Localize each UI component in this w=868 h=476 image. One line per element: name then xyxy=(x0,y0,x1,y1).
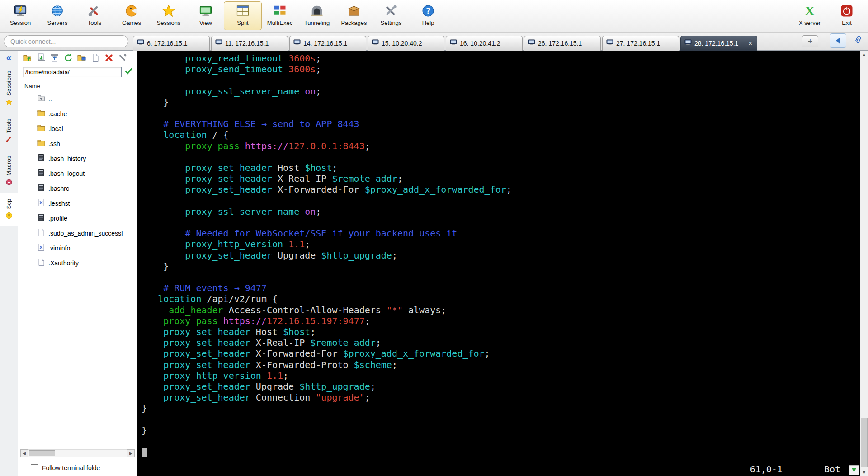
file-row[interactable]: .lesshst xyxy=(18,196,137,211)
sftp-horizontal-scrollbar[interactable]: ◀ ▶ xyxy=(20,449,135,457)
toolbar-games-button[interactable]: Games xyxy=(113,2,150,30)
scroll-position-indicator: Bot xyxy=(824,464,840,475)
sftp-parent-dir-button[interactable] xyxy=(23,54,33,64)
scroll-to-bottom-button[interactable] xyxy=(849,465,859,475)
open-folder-icon xyxy=(77,53,86,64)
toolbar-settings-button[interactable]: Settings xyxy=(373,2,410,30)
session-tab-1[interactable]: 6. 172.16.15.1 xyxy=(133,36,210,51)
tab-scroll-back-button[interactable] xyxy=(830,33,846,48)
file-row[interactable]: .sudo_as_admin_successf xyxy=(18,226,137,240)
attach-icon[interactable] xyxy=(851,33,865,48)
file-row[interactable]: .ssh xyxy=(18,136,137,151)
file-row[interactable]: .Xauthority xyxy=(18,255,137,270)
terminal-line: proxy_ssl_server_name on; xyxy=(142,86,859,97)
go-to-path-button[interactable] xyxy=(124,66,133,77)
toolbar-packages-button[interactable]: Packages xyxy=(335,2,373,30)
terminal-line: proxy_send_timeout 3600s; xyxy=(142,64,859,75)
sidebar-tab-tools[interactable]: Tools xyxy=(0,113,18,150)
column-header-name[interactable]: Name xyxy=(18,79,137,91)
plain-icon xyxy=(37,228,45,238)
sftp-upload-button[interactable] xyxy=(50,54,60,64)
toolbar-multiexec-button[interactable]: MultiExec xyxy=(261,2,298,30)
tab-row: 6. 172.16.15.1 11. 172.16.15.1 14. 172.1… xyxy=(0,33,868,51)
terminal-monitor-icon xyxy=(215,39,222,47)
session-tab-8[interactable]: 28. 172.16.15.1 × xyxy=(680,36,757,51)
close-tab-icon[interactable]: × xyxy=(747,39,753,47)
scrollbar-thumb[interactable] xyxy=(29,450,55,456)
xfile-icon xyxy=(37,243,45,253)
toolbar-servers-button[interactable]: Servers xyxy=(39,2,76,30)
parent-dir-icon xyxy=(23,53,32,64)
scroll-down-icon[interactable]: ▼ xyxy=(860,468,868,476)
session-tab-5[interactable]: 16. 10.20.41.2 xyxy=(446,36,523,51)
terminal-line: proxy_pass https://172.16.15.197:9477; xyxy=(142,316,859,326)
terminal-line xyxy=(142,414,859,425)
file-row[interactable]: .. xyxy=(18,91,137,106)
terminal-scrollbar-thumb[interactable] xyxy=(861,418,868,467)
terminal[interactable]: proxy_read_timeout 3600s; proxy_send_tim… xyxy=(137,51,868,476)
terminal-scrollbar-track[interactable] xyxy=(860,58,868,468)
sftp-delete-button[interactable] xyxy=(104,54,114,64)
terminal-line: } xyxy=(142,403,859,414)
chevron-down-icon xyxy=(851,467,857,473)
toolbar-help-button[interactable]: ? Help xyxy=(410,2,447,30)
follow-terminal-folder-checkbox[interactable] xyxy=(31,464,38,471)
sftp-settings-button[interactable] xyxy=(118,54,127,64)
session-tab-2[interactable]: 11. 172.16.15.1 xyxy=(211,36,288,51)
sidebar-tab-scp[interactable]: Scp xyxy=(0,193,18,226)
terminal-monitor-icon xyxy=(372,39,379,47)
sidebar-tab-macros[interactable]: Macros xyxy=(0,150,18,193)
file-row[interactable]: .bashrc xyxy=(18,181,137,196)
terminal-line: proxy_set_header X-Forwarded-For $proxy_… xyxy=(142,348,859,359)
collapse-sidebar-button[interactable]: « xyxy=(6,52,11,65)
sftp-download-button[interactable] xyxy=(36,54,46,64)
quick-connect-input[interactable] xyxy=(4,35,128,47)
toolbar-view-button[interactable]: View xyxy=(187,2,224,30)
file-row[interactable]: .profile xyxy=(18,211,137,226)
toolbar-session-button[interactable]: Session xyxy=(2,2,39,30)
terminal-line: } xyxy=(142,425,859,436)
file-row[interactable]: .viminfo xyxy=(18,240,137,255)
sftp-new-file-button[interactable] xyxy=(90,54,100,64)
terminal-line: proxy_http_version 1.1; xyxy=(142,239,859,250)
scroll-up-icon[interactable]: ▲ xyxy=(860,51,868,58)
scrollbar-track[interactable] xyxy=(28,449,127,457)
file-row[interactable]: .local xyxy=(18,121,137,136)
toolbar-exit-button[interactable]: Exit xyxy=(828,2,865,30)
sidebar-tab-sessions[interactable]: Sessions xyxy=(0,65,18,113)
terminal-line: # Needed for WebSocket/SSE if your backe… xyxy=(142,228,859,239)
sftp-path-input[interactable] xyxy=(23,67,122,77)
settings-icon xyxy=(383,3,399,19)
toolbar-left-group: Session Servers Tools Games Sessions Vie… xyxy=(2,2,447,30)
terminal-monitor-icon xyxy=(450,39,457,47)
session-tab-4[interactable]: 15. 10.20.40.2 xyxy=(368,36,444,51)
mobaxterm-window: Session Servers Tools Games Sessions Vie… xyxy=(0,0,868,476)
file-row[interactable]: .cache xyxy=(18,106,137,121)
toolbar-split-button[interactable]: Split xyxy=(224,2,261,30)
sftp-path-row xyxy=(18,65,137,79)
help-icon: ? xyxy=(420,3,436,19)
file-row[interactable]: .bash_logout xyxy=(18,166,137,181)
toolbar-sessions-button[interactable]: Sessions xyxy=(150,2,187,30)
new-tab-button[interactable]: + xyxy=(802,35,818,47)
toolbar-xserver-button[interactable]: X X server xyxy=(791,2,828,30)
scroll-left-icon[interactable]: ◀ xyxy=(20,449,28,457)
terminal-scrollbar[interactable]: ▲ ▼ xyxy=(860,51,868,476)
file-row[interactable]: .bash_history xyxy=(18,151,137,166)
multiexec-icon xyxy=(272,3,288,19)
sftp-open-folder-button[interactable] xyxy=(77,54,87,64)
toolbar-right-group: X X server Exit xyxy=(791,2,865,30)
split-icon xyxy=(235,3,250,19)
xfile-icon xyxy=(37,198,45,208)
toolbar-tools-button[interactable]: Tools xyxy=(76,2,113,30)
scroll-right-icon[interactable]: ▶ xyxy=(127,449,135,457)
session-tab-7[interactable]: 27. 172.16.15.1 xyxy=(602,36,679,51)
toolbar-tunneling-button[interactable]: Tunneling xyxy=(298,2,335,30)
sftp-refresh-button[interactable] xyxy=(63,54,73,64)
left-sidebar: « Sessions Tools Macros Scp xyxy=(0,51,18,476)
terminal-line: proxy_set_header X-Forwarded-Proto $sche… xyxy=(142,359,859,370)
session-icon xyxy=(13,3,28,19)
terminal-line xyxy=(142,195,859,206)
session-tab-3[interactable]: 14. 172.16.15.1 xyxy=(289,36,366,51)
session-tab-6[interactable]: 26. 172.16.15.1 xyxy=(524,36,601,51)
